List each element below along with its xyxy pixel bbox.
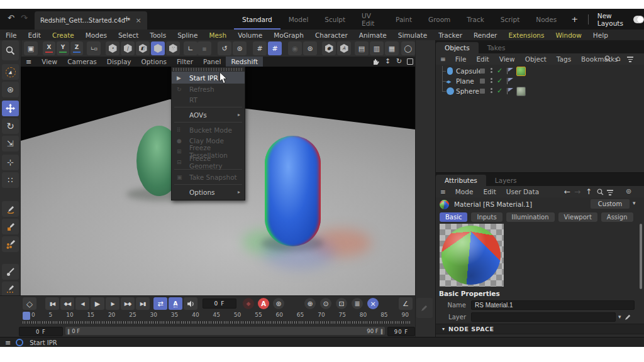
layer-input[interactable] xyxy=(471,312,616,322)
attributes-search-icon[interactable] xyxy=(597,189,604,197)
poly-pen-tool[interactable] xyxy=(2,236,19,252)
objects-home-icon[interactable]: ⌂ xyxy=(616,54,621,63)
object-row-sphere[interactable]: Sphere ✓ xyxy=(436,86,644,96)
objects-menu-edit[interactable]: Edit xyxy=(471,55,494,63)
enable-check-icon[interactable]: ✓ xyxy=(497,67,502,75)
menu-volume[interactable]: Volume xyxy=(232,31,268,39)
layout-tab-paint[interactable]: Paint xyxy=(387,9,420,30)
menu-create[interactable]: Create xyxy=(47,31,80,39)
new-layouts-label[interactable]: New Layouts xyxy=(592,12,633,27)
menu-item-refresh[interactable]: ↻Refresh xyxy=(172,84,245,94)
viewport-toggle-icon[interactable] xyxy=(407,58,413,65)
phong-tag-icon[interactable] xyxy=(507,88,514,94)
auto-mode-icon[interactable]: A xyxy=(337,41,351,55)
enable-check-icon[interactable]: ✓ xyxy=(497,77,502,85)
viewport-menu-redshift[interactable]: Redshift xyxy=(226,57,263,67)
prev-frame-button[interactable]: ◀ xyxy=(75,297,89,310)
menu-spline[interactable]: Spline xyxy=(172,31,203,39)
keyframe-settings-button[interactable]: ⊛ xyxy=(273,298,284,309)
tab-takes[interactable]: Takes xyxy=(479,42,514,53)
spline-pen-tool[interactable] xyxy=(2,201,19,217)
render-settings-icon[interactable]: ▦ xyxy=(385,41,399,55)
grid-icon[interactable]: # xyxy=(253,41,267,55)
range-right-handle[interactable]: ∥ xyxy=(379,328,385,334)
solo-mode-icon[interactable]: ● xyxy=(322,41,336,55)
menu-help[interactable]: Help xyxy=(587,31,614,39)
key-rotation-button[interactable]: ⊙ xyxy=(320,298,331,309)
scene-capsule[interactable] xyxy=(265,136,321,246)
forward-arrow-icon[interactable]: → xyxy=(574,187,580,196)
objects-search-icon[interactable] xyxy=(604,55,611,63)
enable-check-icon[interactable]: ✓ xyxy=(497,87,502,95)
viewport-menu-filter[interactable]: Filter xyxy=(172,58,198,65)
menu-file[interactable]: File xyxy=(0,31,23,39)
record-button[interactable]: ◆ xyxy=(243,298,254,309)
axis-z-button[interactable]: Z xyxy=(70,41,83,55)
fcurve-button[interactable]: ∠ xyxy=(399,297,413,310)
key-position-button[interactable]: ⊕ xyxy=(304,298,316,309)
workplane-icon[interactable]: ▣ xyxy=(24,41,38,55)
range-left-handle[interactable]: ∥ xyxy=(65,328,72,334)
playback-mode-button[interactable]: A xyxy=(169,297,182,310)
objects-menu-file[interactable]: File xyxy=(450,55,472,63)
layer-chevron-icon[interactable]: ▾ xyxy=(618,314,621,320)
axis-y-button[interactable]: Y xyxy=(57,41,69,55)
goto-start-button[interactable]: ▮◀ xyxy=(45,297,59,310)
polygons-mode-icon[interactable]: ◧ xyxy=(136,41,150,55)
objects-menu-tags[interactable]: Tags xyxy=(552,55,576,63)
menu-character[interactable]: Character xyxy=(309,31,353,39)
range-start-field[interactable]: 0 F xyxy=(19,327,63,336)
redo-icon[interactable]: ↷ xyxy=(21,13,28,23)
menu-window[interactable]: Window xyxy=(550,31,587,39)
back-arrow-icon[interactable]: ← xyxy=(564,187,570,196)
visibility-dots-icon[interactable] xyxy=(491,88,492,93)
objects-filter-icon[interactable] xyxy=(627,57,633,62)
cursor-move-tool[interactable]: ⊹ xyxy=(2,155,19,170)
layout-tab-sculpt[interactable]: Sculpt xyxy=(316,9,353,30)
tab-basic[interactable]: Basic xyxy=(440,212,467,222)
snap-move-icon[interactable]: ↺ xyxy=(218,41,231,55)
menu-simulate[interactable]: Simulate xyxy=(392,31,433,39)
layer-square-icon[interactable] xyxy=(480,89,485,94)
axis-modification-icon[interactable]: ∟ xyxy=(184,41,197,55)
play-button[interactable]: ▶ xyxy=(91,297,104,310)
layer-square-icon[interactable] xyxy=(480,79,485,84)
layout-tab-track[interactable]: Track xyxy=(458,9,492,30)
material-thumbnail[interactable] xyxy=(440,200,449,209)
rotate-tool[interactable]: ↻ xyxy=(2,118,19,134)
render-picture-viewer-icon[interactable]: ▥ xyxy=(370,41,384,55)
objects-menu-object[interactable]: Object xyxy=(520,55,552,63)
tab-viewport[interactable]: Viewport xyxy=(558,212,597,222)
search-tool[interactable] xyxy=(2,40,19,60)
close-tab-icon[interactable]: × xyxy=(135,16,141,25)
viewport-menu-options[interactable]: Options xyxy=(136,58,172,65)
range-end-field[interactable]: 90 F xyxy=(387,327,415,336)
object-row-capsule[interactable]: Capsule ✓ xyxy=(436,66,644,76)
menu-tracker[interactable]: Tracker xyxy=(433,31,468,39)
snap-settings-icon[interactable]: ⊛ xyxy=(233,41,247,55)
menu-mograph[interactable]: MoGraph xyxy=(268,31,309,39)
keyframe-diamond-button[interactable]: ◇ xyxy=(23,297,36,310)
brush-tool[interactable] xyxy=(2,264,19,280)
menu-mesh[interactable]: Mesh xyxy=(203,31,232,39)
tab-layers[interactable]: Layers xyxy=(486,175,526,186)
visibility-dots-icon[interactable] xyxy=(491,78,492,83)
menu-item-aovs[interactable]: AOVs▸ xyxy=(172,109,245,120)
tab-attributes[interactable]: Attributes xyxy=(436,175,486,186)
viewport-hamburger-icon[interactable]: ≡ xyxy=(21,58,36,66)
objects-menu-view[interactable]: View xyxy=(494,55,520,63)
node-space-header[interactable]: ▾ NODE SPACE xyxy=(436,324,644,334)
tab-objects[interactable]: Objects xyxy=(436,42,479,53)
phong-tag-icon[interactable] xyxy=(507,68,514,74)
multi-axis-tool[interactable]: ∷ xyxy=(2,172,19,188)
key-scale-button[interactable]: ⊡ xyxy=(336,298,347,309)
viewport-menu-panel[interactable]: Panel xyxy=(198,58,226,65)
playhead[interactable] xyxy=(23,312,30,320)
menu-tearoff-handle[interactable] xyxy=(173,68,243,71)
objects-hamburger-icon[interactable]: ≡ xyxy=(436,55,450,63)
layer-square-icon[interactable] xyxy=(480,69,485,74)
timeline-edit-disabled-button[interactable] xyxy=(416,298,433,318)
new-layouts-toggle[interactable] xyxy=(633,16,644,23)
viewport-dolly-icon[interactable]: ↕ xyxy=(385,57,391,65)
menu-item-options[interactable]: Options▸ xyxy=(172,187,245,197)
